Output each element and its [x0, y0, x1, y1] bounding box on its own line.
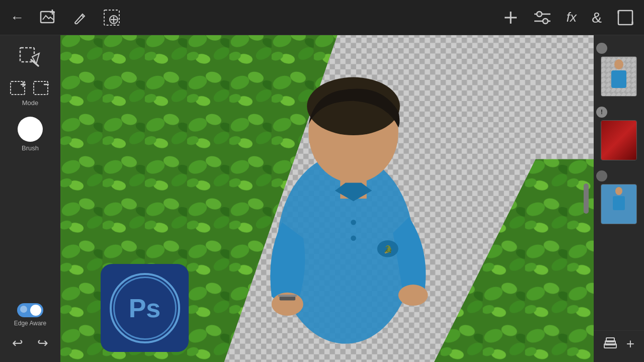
add-button[interactable] [503, 10, 518, 25]
mode-section: Mode [0, 75, 60, 109]
svg-rect-21 [34, 81, 48, 95]
svg-rect-45 [280, 296, 295, 300]
selection-brush-tool[interactable] [0, 40, 60, 75]
svg-rect-14 [618, 11, 632, 25]
layers-panel-button[interactable] [603, 336, 617, 352]
svg-rect-46 [278, 295, 297, 297]
edge-aware-label: Edge Aware [14, 320, 47, 327]
layer-thumb-1[interactable] [601, 56, 637, 97]
layer-thumb-3[interactable] [601, 184, 637, 224]
add-layer-button[interactable]: + [626, 336, 634, 352]
back-button[interactable]: ← [10, 10, 24, 26]
svg-point-51 [351, 235, 356, 240]
layer2-alert-dot[interactable]: ! [596, 107, 607, 118]
right-panel: ! + [594, 35, 644, 362]
canvas-scroll-indicator[interactable] [584, 184, 589, 214]
layer3-visibility-dot[interactable] [596, 170, 607, 182]
edge-aware-toggle[interactable] [17, 303, 43, 317]
layer-thumb-2[interactable] [601, 120, 637, 160]
undo-redo-section: ↩ ↪ [0, 329, 60, 357]
mode-label: Mode [22, 99, 39, 107]
undo-button[interactable]: ↩ [12, 335, 23, 351]
ps-logo: Ps [101, 264, 189, 352]
mode-subtract-button[interactable] [32, 80, 51, 97]
left-sidebar: Mode Brush Edge Aware ↩ ↪ [0, 35, 60, 362]
selection-settings-button[interactable] [103, 9, 121, 27]
edge-aware-section: Edge Aware [0, 296, 60, 329]
brush-size-indicator[interactable] [18, 117, 43, 142]
svg-point-50 [351, 220, 356, 225]
sliders-button[interactable] [533, 10, 551, 25]
svg-text:🐊: 🐊 [383, 245, 393, 254]
layer1-visibility-dot[interactable] [596, 43, 607, 54]
fx-button[interactable]: fx [567, 10, 577, 25]
mode-add-button[interactable] [9, 80, 28, 97]
add-image-button[interactable] [39, 9, 57, 27]
right-panel-bottom: + [594, 330, 644, 357]
crop-button[interactable] [617, 9, 634, 26]
blend-button[interactable]: & [592, 9, 602, 26]
redo-button[interactable]: ↪ [37, 335, 48, 351]
canvas-area[interactable]: 🐊 Ps [60, 35, 594, 362]
svg-point-47 [398, 285, 428, 306]
svg-point-13 [543, 19, 548, 24]
top-toolbar: ← [0, 0, 644, 35]
brush-section: Brush [0, 109, 60, 154]
ps-logo-text: Ps [129, 293, 161, 323]
brush-button[interactable] [72, 10, 88, 25]
svg-point-11 [537, 12, 542, 17]
brush-label: Brush [22, 144, 39, 152]
